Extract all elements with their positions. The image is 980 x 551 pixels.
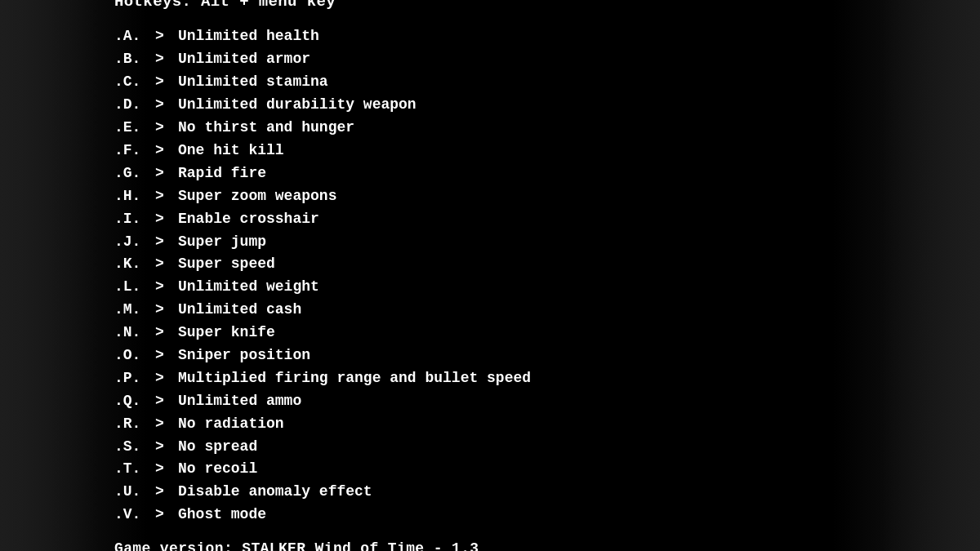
menu-arrow: > [155, 504, 178, 527]
menu-arrow: > [155, 140, 178, 162]
menu-description: Unlimited armor [178, 48, 310, 71]
list-item: .B. > Unlimited armor [114, 48, 866, 71]
menu-key: .O. [114, 344, 155, 367]
menu-description: Multiplied firing range and bullet speed [178, 367, 531, 390]
menu-description: Enable crosshair [178, 208, 319, 231]
menu-description: Super jump [178, 231, 266, 254]
list-item: .O. > Sniper position [114, 344, 866, 367]
list-item: .E. > No thirst and hunger [114, 117, 866, 140]
menu-arrow: > [155, 481, 178, 504]
menu-key: .P. [114, 367, 155, 390]
menu-description: No thirst and hunger [178, 117, 354, 140]
menu-key: .Q. [114, 390, 155, 413]
menu-description: Unlimited stamina [178, 71, 328, 94]
menu-arrow: > [155, 390, 178, 413]
list-item: .P. > Multiplied firing range and bullet… [114, 367, 866, 390]
menu-arrow: > [155, 48, 178, 71]
menu-key: .F. [114, 140, 155, 162]
menu-arrow: > [155, 436, 178, 459]
menu-key: .R. [114, 413, 155, 436]
menu-description: One hit kill [178, 140, 284, 162]
menu-key: .V. [114, 504, 155, 527]
menu-arrow: > [155, 231, 178, 254]
menu-key: .D. [114, 94, 155, 117]
menu-arrow: > [155, 71, 178, 94]
menu-key: .N. [114, 322, 155, 344]
menu-key: .S. [114, 436, 155, 459]
menu-description: Super speed [178, 253, 275, 276]
menu-arrow: > [155, 367, 178, 390]
menu-arrow: > [155, 162, 178, 185]
list-item: .J. > Super jump [114, 231, 866, 254]
menu-description: Rapid fire [178, 162, 266, 185]
menu-list: .A. > Unlimited health.B. > Unlimited ar… [114, 25, 866, 527]
menu-arrow: > [155, 117, 178, 140]
menu-key: .C. [114, 71, 155, 94]
list-item: .V. > Ghost mode [114, 504, 866, 527]
menu-description: Sniper position [178, 344, 310, 367]
menu-arrow: > [155, 413, 178, 436]
menu-description: Unlimited durability weapon [178, 94, 416, 117]
menu-arrow: > [155, 25, 178, 48]
menu-description: Unlimited weight [178, 276, 319, 299]
list-item: .T. > No recoil [114, 458, 866, 481]
menu-key: .I. [114, 208, 155, 231]
menu-key: .T. [114, 458, 155, 481]
list-item: .A. > Unlimited health [114, 25, 866, 48]
list-item: .H. > Super zoom weapons [114, 185, 866, 208]
list-item: .M. > Unlimited cash [114, 299, 866, 322]
menu-description: Super zoom weapons [178, 185, 336, 208]
menu-description: Ghost mode [178, 504, 266, 527]
list-item: .G. > Rapid fire [114, 162, 866, 185]
menu-arrow: > [155, 94, 178, 117]
menu-description: Super knife [178, 322, 275, 344]
list-item: .C. > Unlimited stamina [114, 71, 866, 94]
menu-description: No recoil [178, 458, 257, 481]
menu-arrow: > [155, 253, 178, 276]
menu-key: .E. [114, 117, 155, 140]
list-item: .I. > Enable crosshair [114, 208, 866, 231]
version-footer: Game version: STALKER Wind of Time - 1.3 [114, 538, 866, 551]
menu-arrow: > [155, 208, 178, 231]
list-item: .R. > No radiation [114, 413, 866, 436]
list-item: .F. > One hit kill [114, 140, 866, 162]
menu-description: No radiation [178, 413, 284, 436]
menu-arrow: > [155, 322, 178, 344]
menu-key: .J. [114, 231, 155, 254]
menu-description: Unlimited cash [178, 299, 301, 322]
menu-key: .L. [114, 276, 155, 299]
list-item: .Q. > Unlimited ammo [114, 390, 866, 413]
hotkeys-header: Hotkeys: Alt + menu key [114, 0, 866, 14]
menu-key: .M. [114, 299, 155, 322]
menu-arrow: > [155, 458, 178, 481]
menu-key: .U. [114, 481, 155, 504]
list-item: .U. > Disable anomaly effect [114, 481, 866, 504]
menu-key: .A. [114, 25, 155, 48]
menu-description: Unlimited ammo [178, 390, 301, 413]
menu-description: No spread [178, 436, 257, 459]
screen: Hotkeys: Alt + menu key .A. > Unlimited … [0, 0, 980, 551]
menu-description: Unlimited health [178, 25, 319, 48]
list-item: .D. > Unlimited durability weapon [114, 94, 866, 117]
content-panel: Hotkeys: Alt + menu key .A. > Unlimited … [90, 0, 890, 551]
list-item: .N. > Super knife [114, 322, 866, 344]
list-item: .L. > Unlimited weight [114, 276, 866, 299]
menu-description: Disable anomaly effect [178, 481, 372, 504]
menu-arrow: > [155, 344, 178, 367]
list-item: .K. > Super speed [114, 253, 866, 276]
menu-arrow: > [155, 276, 178, 299]
menu-key: .G. [114, 162, 155, 185]
menu-key: .B. [114, 48, 155, 71]
menu-arrow: > [155, 185, 178, 208]
list-item: .S. > No spread [114, 436, 866, 459]
menu-key: .K. [114, 253, 155, 276]
menu-arrow: > [155, 299, 178, 322]
menu-key: .H. [114, 185, 155, 208]
